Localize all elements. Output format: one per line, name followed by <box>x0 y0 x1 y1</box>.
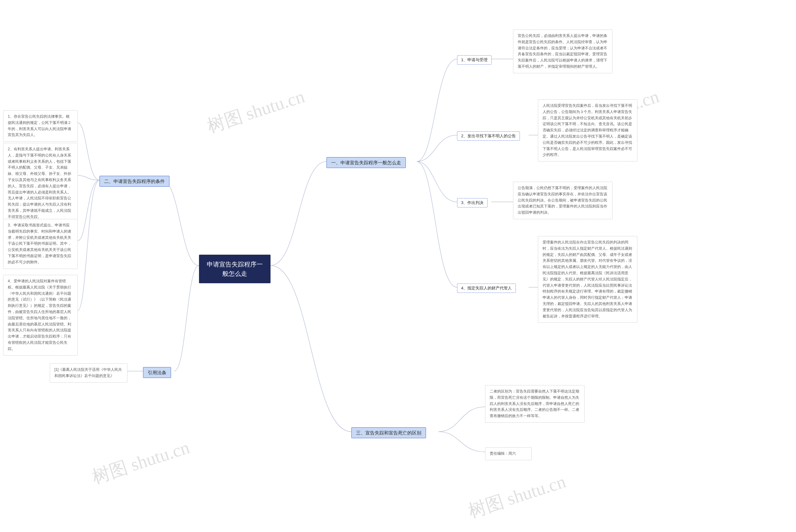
watermark-4: 树图 shutu.cn <box>465 470 569 524</box>
leaf-1-1-text: 宣告公民失踪，必须由利害关系人提出申请，申请的条件就是宣告公民失踪的条件。人民法… <box>518 34 607 69</box>
branch-2: 二、申请宣告失踪程序的条件 <box>100 176 169 187</box>
root-title: 申请宣告失踪程序一般怎么走 <box>207 261 263 277</box>
leaf-2-4-text: 4、受申请的人民法院对案件有管辖权。根据最高人民法院《关于贯彻执行〈中华人民共和… <box>8 279 71 351</box>
subnode-1-4: 4、指定失踪人的财产代管人 <box>457 284 516 293</box>
branch-4: 引用法条 <box>143 367 171 378</box>
branch-3-label: 三、宣告失踪和宣告死亡的区别 <box>356 430 421 435</box>
watermark-3: 树图 shutu.cn <box>89 435 193 490</box>
branch-1: 一、申请宣告失踪程序一般怎么走 <box>326 157 406 168</box>
leaf-2-1: 1、存在宣告公民失踪的法律事实。根据民法通则的规定，公民下落不明满２年的，利害关… <box>3 110 78 141</box>
leaf-2-2: 2、有利害关系人提出申请。利害关系人，是指与下落不明的公民有人身关系或者民事权利… <box>3 143 78 224</box>
leaf-2-4: 4、受申请的人民法院对案件有管辖权。根据最高人民法院《关于贯彻执行〈中华人民共和… <box>3 275 78 356</box>
leaf-3-1: 二者的区别为：宣告失踪需要自然人下落不明达法定期限，而宣告死亡没有这个期限的限制… <box>485 385 584 423</box>
watermark-1: 树图 shutu.cn <box>204 84 308 139</box>
leaf-2-3: 3、申请采取书面形式提出。申请书应当载明失踪的事实、时间和申请人的请求，并附公安… <box>3 219 78 269</box>
branch-1-label: 一、申请宣告失踪程序一般怎么走 <box>331 160 401 165</box>
leaf-1-3-text: 公告期满，公民仍然下落不明的，受理案件的人民法院应当确认申请宣告失踪的事实存在，… <box>518 186 607 215</box>
leaf-1-4: 受理案件的人民法院在作出宣告公民失踪的判决的同时，应当依法为失踪人指定财产代管人… <box>538 236 637 323</box>
subnode-1-2: 2、发出寻找下落不明人的公告 <box>457 131 520 141</box>
leaf-3-1-text: 二者的区别为：宣告失踪需要自然人下落不明达法定期限，而宣告死亡没有这个期限的限制… <box>490 389 579 418</box>
leaf-1-2-text: 人民法院受理宣告失踪案件后，应当发出寻找下落不明人的公告，公告期间为３个月。利害… <box>543 103 632 157</box>
leaf-2-3-text: 3、申请采取书面形式提出。申请书应当载明失踪的事实、时间和申请人的请求，并附公安… <box>8 223 71 264</box>
leaf-4-1: [1]《最高人民法院关于适用《中华人民共和国民事诉讼法》若干问题的意见》 <box>50 363 127 383</box>
branch-2-label: 二、申请宣告失踪程序的条件 <box>104 178 165 184</box>
leaf-1-4-text: 受理案件的人民法院在作出宣告公民失踪的判决的同时，应当依法为失踪人指定财产代管人… <box>543 240 632 318</box>
subnode-1-2-label: 2、发出寻找下落不明人的公告 <box>461 134 516 138</box>
leaf-1-2: 人民法院受理宣告失踪案件后，应当发出寻找下落不明人的公告，公告期间为３个月。利害… <box>538 99 637 162</box>
leaf-1-1: 宣告公民失踪，必须由利害关系人提出申请，申请的条件就是宣告公民失踪的条件。人民法… <box>513 30 613 73</box>
connector-lines <box>0 0 796 532</box>
leaf-4-1-text: [1]《最高人民法院关于适用《中华人民共和国民事诉讼法》若干问题的意见》 <box>54 367 122 378</box>
leaf-2-1-text: 1、存在宣告公民失踪的法律事实。根据民法通则的规定，公民下落不明满２年的，利害关… <box>8 114 71 137</box>
leaf-3-2: 责任编辑：周六 <box>485 447 532 460</box>
subnode-1-1: 1、申请与受理 <box>457 55 492 64</box>
subnode-1-4-label: 4、指定失踪人的财产代管人 <box>461 286 512 290</box>
leaf-3-2-text: 责任编辑：周六 <box>490 451 516 456</box>
subnode-1-3: 3、作出判决 <box>457 198 488 207</box>
root-node: 申请宣告失踪程序一般怎么走 <box>199 255 271 283</box>
subnode-1-1-label: 1、申请与受理 <box>461 57 488 62</box>
subnode-1-3-label: 3、作出判决 <box>461 200 484 205</box>
branch-4-label: 引用法条 <box>148 370 166 375</box>
leaf-1-3: 公告期满，公民仍然下落不明的，受理案件的人民法院应当确认申请宣告失踪的事实存在，… <box>513 182 613 219</box>
leaf-2-2-text: 2、有利害关系人提出申请。利害关系人，是指与下落不明的公民有人身关系或者民事权利… <box>8 147 71 219</box>
branch-3: 三、宣告失踪和宣告死亡的区别 <box>351 428 426 438</box>
